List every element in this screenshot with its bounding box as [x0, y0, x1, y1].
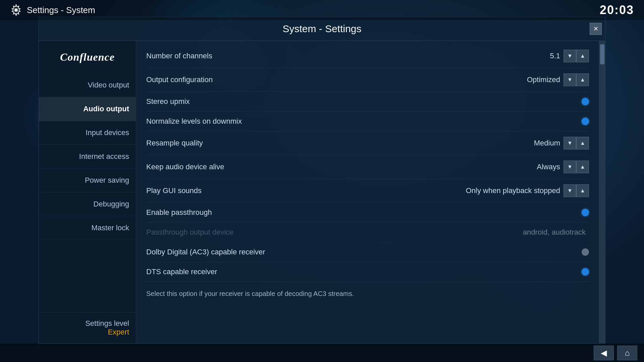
confluence-logo: Confluence: [60, 51, 115, 63]
sidebar: Confluence Video output Audio output Inp…: [39, 41, 136, 343]
dolby-digital-label: Dolby Digital (AC3) capable receiver: [146, 248, 582, 256]
setting-num-channels: Number of channels 5.1 ▼ ▲: [146, 44, 589, 68]
stereo-upmix-label: Stereo upmix: [146, 97, 582, 106]
setting-description: Select this option if your receiver is c…: [146, 282, 589, 305]
sidebar-item-master-lock[interactable]: Master lock: [39, 216, 136, 240]
num-channels-up[interactable]: ▲: [576, 50, 589, 62]
setting-passthrough-device: Passthrough output device android, audio…: [146, 223, 589, 242]
keep-audio-alive-down[interactable]: ▼: [564, 161, 576, 173]
gear-icon: [10, 4, 22, 16]
dts-capable-label: DTS capable receiver: [146, 267, 582, 276]
resample-quality-value: Medium: [534, 139, 560, 147]
scrollbar-thumb[interactable]: [600, 44, 604, 64]
num-channels-spinner: 5.1 ▼ ▲: [550, 50, 589, 62]
setting-play-gui-sounds: Play GUI sounds Only when playback stopp…: [146, 179, 589, 203]
settings-level-label: Settings level: [46, 319, 129, 328]
passthrough-device-label: Passthrough output device: [146, 228, 523, 237]
sidebar-item-debugging[interactable]: Debugging: [39, 192, 136, 216]
logo-area: Confluence: [39, 44, 136, 73]
close-button[interactable]: ✕: [590, 23, 602, 35]
normalize-levels-label: Normalize levels on downmix: [146, 117, 582, 126]
output-config-value: Optimized: [527, 75, 560, 84]
play-gui-sounds-spinner: Only when playback stopped ▼ ▲: [466, 184, 589, 197]
dialog-titlebar: System - Settings ✕: [39, 17, 605, 41]
play-gui-sounds-up[interactable]: ▲: [576, 184, 589, 197]
top-bar-left: Settings - System: [10, 4, 95, 16]
sidebar-item-video-output[interactable]: Video output: [39, 73, 136, 97]
setting-normalize-levels[interactable]: Normalize levels on downmix: [146, 112, 589, 131]
setting-enable-passthrough[interactable]: Enable passthrough: [146, 203, 589, 223]
resample-quality-down[interactable]: ▼: [564, 137, 576, 149]
clock: 20:03: [600, 3, 634, 17]
setting-keep-audio-alive: Keep audio device alive Always ▼ ▲: [146, 155, 589, 179]
bottom-nav: ◀ ⌂: [0, 344, 644, 362]
enable-passthrough-toggle[interactable]: [582, 209, 589, 216]
back-button[interactable]: ◀: [594, 346, 614, 360]
output-config-spinner: Optimized ▼ ▲: [527, 73, 589, 86]
num-channels-down[interactable]: ▼: [564, 50, 576, 62]
scrollbar[interactable]: [599, 41, 605, 343]
num-channels-label: Number of channels: [146, 52, 550, 60]
play-gui-sounds-down[interactable]: ▼: [564, 184, 576, 197]
resample-quality-up[interactable]: ▲: [576, 137, 589, 149]
enable-passthrough-label: Enable passthrough: [146, 208, 582, 217]
keep-audio-alive-value: Always: [537, 163, 560, 171]
dts-capable-toggle[interactable]: [582, 268, 589, 276]
home-button[interactable]: ⌂: [617, 346, 637, 360]
keep-audio-alive-up[interactable]: ▲: [576, 161, 589, 173]
resample-quality-spinner: Medium ▼ ▲: [534, 137, 589, 149]
top-bar: Settings - System 20:03: [0, 0, 644, 20]
dolby-digital-toggle[interactable]: [582, 248, 589, 256]
play-gui-sounds-value: Only when playback stopped: [466, 186, 560, 195]
settings-level: Settings level Expert: [39, 312, 136, 343]
setting-output-config: Output configuration Optimized ▼ ▲: [146, 68, 589, 92]
sidebar-item-power-saving[interactable]: Power saving: [39, 169, 136, 192]
top-bar-title: Settings - System: [27, 5, 95, 15]
output-config-down[interactable]: ▼: [564, 73, 576, 86]
settings-content: Number of channels 5.1 ▼ ▲ Output config…: [136, 41, 599, 343]
keep-audio-alive-spinner: Always ▼ ▲: [537, 161, 589, 173]
setting-stereo-upmix[interactable]: Stereo upmix: [146, 92, 589, 112]
sidebar-item-audio-output[interactable]: Audio output: [39, 97, 136, 121]
dialog-body: Confluence Video output Audio output Inp…: [39, 41, 605, 343]
stereo-upmix-toggle[interactable]: [582, 98, 589, 105]
svg-point-0: [14, 8, 18, 12]
resample-quality-label: Resample quality: [146, 139, 534, 147]
setting-dolby-digital[interactable]: Dolby Digital (AC3) capable receiver: [146, 242, 589, 262]
passthrough-device-value: android, audiotrack: [523, 228, 586, 237]
output-config-label: Output configuration: [146, 75, 527, 84]
keep-audio-alive-label: Keep audio device alive: [146, 163, 537, 171]
sidebar-item-input-devices[interactable]: Input devices: [39, 121, 136, 145]
sidebar-item-internet-access[interactable]: Internet access: [39, 145, 136, 169]
settings-level-value: Expert: [46, 328, 129, 337]
settings-dialog: System - Settings ✕ Confluence Video out…: [39, 17, 605, 344]
normalize-levels-toggle[interactable]: [582, 118, 589, 125]
output-config-up[interactable]: ▲: [576, 73, 589, 86]
setting-resample-quality: Resample quality Medium ▼ ▲: [146, 131, 589, 155]
setting-dts-capable[interactable]: DTS capable receiver: [146, 262, 589, 282]
num-channels-value: 5.1: [550, 52, 560, 60]
dialog-title: System - Settings: [282, 23, 361, 35]
play-gui-sounds-label: Play GUI sounds: [146, 186, 466, 195]
